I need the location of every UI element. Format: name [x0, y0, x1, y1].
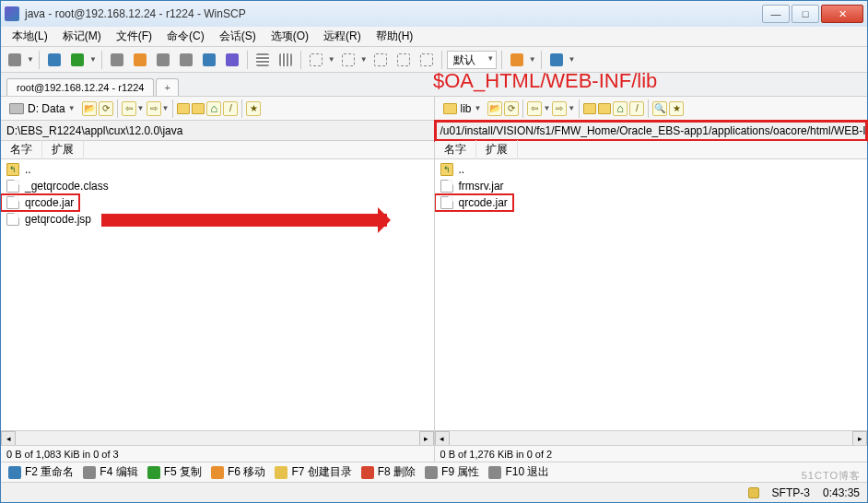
- remote-path[interactable]: /u01/install/VISION/fs1/FMW_Home/Oracle_…: [435, 121, 868, 141]
- file-icon: [440, 196, 453, 209]
- toolbar-button[interactable]: [507, 50, 527, 70]
- refresh-button[interactable]: ⟳: [504, 101, 519, 116]
- folder-icon: [443, 103, 457, 114]
- toolbar-button[interactable]: [67, 50, 88, 70]
- scrollbar[interactable]: ◂ ▸: [435, 430, 868, 445]
- f2-rename[interactable]: F2 重命名: [8, 464, 74, 480]
- scroll-right-button[interactable]: ▸: [419, 431, 434, 446]
- scroll-track[interactable]: [450, 431, 853, 445]
- open-folder-button[interactable]: 📂: [487, 101, 502, 116]
- local-path[interactable]: D:\EBS_R1224\appl\cux\12.0.0\java: [1, 121, 434, 141]
- close-button[interactable]: ✕: [821, 5, 863, 23]
- status-bar: SFTP-3 0:43:35: [1, 482, 867, 502]
- menu-help[interactable]: 帮助(H): [370, 27, 419, 46]
- root-button[interactable]: /: [629, 101, 644, 116]
- refresh-button[interactable]: ⟳: [99, 101, 113, 116]
- toolbar-button[interactable]: [222, 50, 242, 70]
- root-button[interactable]: /: [223, 101, 238, 116]
- toolbar-button[interactable]: [306, 50, 326, 70]
- scrollbar[interactable]: ◂ ▸: [1, 430, 434, 445]
- toolbar-button[interactable]: [44, 50, 65, 70]
- file-row[interactable]: _getqrcode.class: [1, 178, 434, 194]
- bookmark-button[interactable]: ★: [669, 101, 684, 116]
- f7-mkdir[interactable]: F7 创建目录: [275, 464, 351, 480]
- toolbar-button[interactable]: [546, 50, 567, 70]
- new-tab-button[interactable]: +: [156, 78, 178, 96]
- remote-status: 0 B of 1,276 KiB in 0 of 2: [435, 445, 868, 462]
- maximize-button[interactable]: □: [792, 5, 819, 23]
- menu-remote[interactable]: 远程(R): [318, 27, 367, 46]
- protocol-label: SFTP-3: [772, 486, 810, 499]
- parent-dir-row[interactable]: ↰ ..: [435, 161, 868, 178]
- toolbar-button[interactable]: [370, 50, 391, 70]
- local-drive-bar: D: Data ▼ 📂 ⟳ ⇦▼ ⇨▼ ⌂ / ★: [1, 97, 434, 121]
- f5-copy[interactable]: F5 复制: [147, 464, 202, 480]
- menu-local[interactable]: 本地(L): [6, 27, 53, 46]
- find-button[interactable]: 🔍: [652, 101, 667, 116]
- menu-mark[interactable]: 标记(M): [57, 27, 107, 46]
- minimize-button[interactable]: —: [762, 5, 790, 23]
- parent-dir-row[interactable]: ↰ ..: [1, 161, 434, 178]
- toolbar-button[interactable]: [338, 50, 358, 70]
- folder-icon[interactable]: [583, 103, 596, 114]
- forward-button[interactable]: ⇨: [147, 101, 161, 116]
- file-name: qrcode.jar: [459, 196, 508, 209]
- file-name: getqrcode.jsp: [25, 213, 91, 226]
- f4-edit[interactable]: F4 编辑: [83, 464, 137, 480]
- annotation-arrow-icon: [101, 214, 387, 227]
- remote-drive-bar: lib ▼ 📂 ⟳ ⇦▼ ⇨▼ ⌂ / 🔍 ★: [435, 97, 868, 121]
- col-ext[interactable]: 扩展: [42, 140, 84, 159]
- col-ext[interactable]: 扩展: [476, 140, 518, 159]
- f10-exit[interactable]: F10 退出: [488, 464, 549, 480]
- file-row[interactable]: qrcode.jar: [435, 194, 513, 211]
- f6-move[interactable]: F6 移动: [211, 464, 265, 480]
- scroll-right-button[interactable]: ▸: [852, 431, 867, 446]
- toolbar-button[interactable]: [107, 50, 127, 70]
- watermark: 51CTO博客: [802, 469, 861, 483]
- col-name[interactable]: 名字: [1, 140, 42, 159]
- local-status: 0 B of 1,083 KiB in 0 of 3: [1, 445, 434, 462]
- home-button[interactable]: ⌂: [206, 101, 221, 116]
- forward-button[interactable]: ⇨: [552, 101, 567, 116]
- folder-icon[interactable]: [598, 103, 611, 114]
- toolbar-button[interactable]: [5, 50, 25, 70]
- file-row[interactable]: frmsrv.jar: [435, 178, 868, 194]
- home-button[interactable]: ⌂: [613, 101, 628, 116]
- local-file-list[interactable]: ↰ .. _getqrcode.class qrcode.jar getqrco…: [1, 159, 434, 430]
- toolbar-button[interactable]: [153, 50, 173, 70]
- file-row[interactable]: qrcode.jar: [1, 194, 79, 211]
- toolbar-button[interactable]: [393, 50, 414, 70]
- function-key-bar: F2 重命名 F4 编辑 F5 复制 F6 移动 F7 创建目录 F8 删除 F…: [1, 462, 867, 482]
- menu-options[interactable]: 选项(O): [265, 27, 314, 46]
- menubar: 本地(L) 标记(M) 文件(F) 命令(C) 会话(S) 选项(O) 远程(R…: [1, 27, 867, 47]
- toolbar-button[interactable]: [252, 50, 273, 70]
- f9-properties[interactable]: F9 属性: [425, 464, 479, 480]
- drive-selector[interactable]: lib ▼: [439, 99, 487, 118]
- col-name[interactable]: 名字: [435, 140, 476, 159]
- back-button[interactable]: ⇦: [122, 101, 136, 116]
- drive-selector[interactable]: D: Data ▼: [5, 99, 80, 118]
- folder-icon[interactable]: [177, 103, 190, 114]
- app-icon: [5, 6, 19, 21]
- scroll-left-button[interactable]: ◂: [435, 431, 450, 446]
- toolbar-button[interactable]: [130, 50, 150, 70]
- transfer-mode-combo[interactable]: 默认: [447, 51, 497, 69]
- toolbar-button[interactable]: [176, 50, 196, 70]
- toolbar-button[interactable]: [276, 50, 296, 70]
- menu-session[interactable]: 会话(S): [214, 27, 262, 46]
- remote-file-list[interactable]: ↰ .. frmsrv.jar qrcode.jar: [435, 159, 868, 430]
- open-folder-button[interactable]: 📂: [82, 101, 97, 116]
- scroll-track[interactable]: [16, 431, 419, 445]
- bookmark-button[interactable]: ★: [246, 101, 261, 116]
- remote-panel: lib ▼ 📂 ⟳ ⇦▼ ⇨▼ ⌂ / 🔍 ★ /u01/install/VIS…: [435, 97, 868, 462]
- scroll-left-button[interactable]: ◂: [1, 431, 16, 446]
- menu-command[interactable]: 命令(C): [161, 27, 210, 46]
- file-icon: [6, 180, 19, 193]
- folder-icon[interactable]: [192, 103, 205, 114]
- toolbar-button[interactable]: [416, 50, 437, 70]
- menu-file[interactable]: 文件(F): [111, 27, 158, 46]
- f8-delete[interactable]: F8 删除: [361, 464, 416, 480]
- session-tab[interactable]: root@192.168.12.24 - r1224: [6, 78, 154, 96]
- back-button[interactable]: ⇦: [527, 101, 542, 116]
- toolbar-button[interactable]: [199, 50, 219, 70]
